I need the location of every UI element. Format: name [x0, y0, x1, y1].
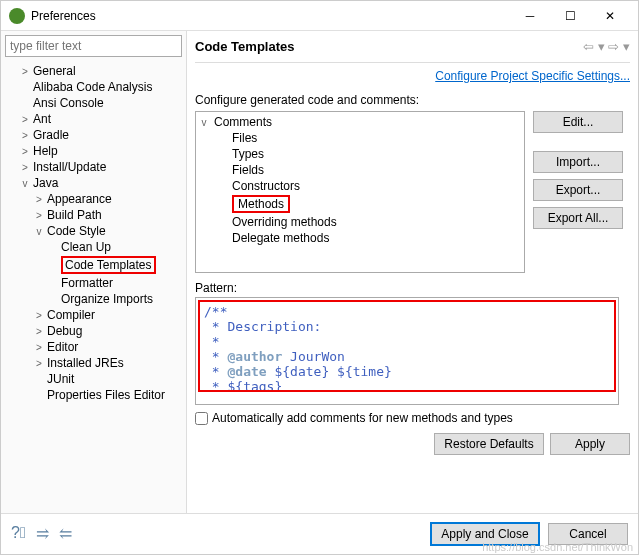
- cancel-button[interactable]: Cancel: [548, 523, 628, 545]
- pattern-label: Pattern:: [195, 281, 630, 295]
- codetree-item[interactable]: Fields: [198, 162, 522, 178]
- codetree-item[interactable]: vComments: [198, 114, 522, 130]
- tree-item[interactable]: Formatter: [5, 275, 186, 291]
- tree-item[interactable]: >Install/Update: [5, 159, 186, 175]
- preferences-tree[interactable]: >GeneralAlibaba Code AnalysisAnsi Consol…: [1, 61, 186, 513]
- tree-item[interactable]: >Appearance: [5, 191, 186, 207]
- codetree-item[interactable]: Files: [198, 130, 522, 146]
- tree-item[interactable]: >Installed JREs: [5, 355, 186, 371]
- tree-item[interactable]: >Build Path: [5, 207, 186, 223]
- maximize-button[interactable]: ☐: [550, 1, 590, 31]
- code-templates-tree[interactable]: vCommentsFilesTypesFieldsConstructorsMet…: [195, 111, 525, 273]
- tree-item[interactable]: Clean Up: [5, 239, 186, 255]
- app-icon: [9, 8, 25, 24]
- help-icon[interactable]: ?⃝: [11, 524, 26, 543]
- restore-defaults-button[interactable]: Restore Defaults: [434, 433, 544, 455]
- import-button[interactable]: Import...: [533, 151, 623, 173]
- close-button[interactable]: ✕: [590, 1, 630, 31]
- codetree-item[interactable]: Methods: [198, 194, 522, 214]
- tree-item[interactable]: Alibaba Code Analysis: [5, 79, 186, 95]
- tree-item[interactable]: >Editor: [5, 339, 186, 355]
- export-all-button[interactable]: Export All...: [533, 207, 623, 229]
- tree-item[interactable]: >Help: [5, 143, 186, 159]
- tree-item[interactable]: >Gradle: [5, 127, 186, 143]
- codetree-item[interactable]: Delegate methods: [198, 230, 522, 246]
- edit-button[interactable]: Edit...: [533, 111, 623, 133]
- tree-item[interactable]: Organize Imports: [5, 291, 186, 307]
- auto-comment-checkbox[interactable]: [195, 412, 208, 425]
- tree-item[interactable]: >General: [5, 63, 186, 79]
- tree-item[interactable]: >Compiler: [5, 307, 186, 323]
- filter-input[interactable]: [5, 35, 182, 57]
- tree-item[interactable]: Properties Files Editor: [5, 387, 186, 403]
- tree-item[interactable]: vJava: [5, 175, 186, 191]
- window-title: Preferences: [31, 9, 510, 23]
- export-button[interactable]: Export...: [533, 179, 623, 201]
- pattern-textarea[interactable]: /** * Description: * * @author JourWon *…: [195, 297, 619, 405]
- tree-item[interactable]: >Ant: [5, 111, 186, 127]
- sidebar: >GeneralAlibaba Code AnalysisAnsi Consol…: [1, 31, 187, 513]
- codetree-item[interactable]: Constructors: [198, 178, 522, 194]
- apply-and-close-button[interactable]: Apply and Close: [430, 522, 540, 546]
- tree-item[interactable]: Code Templates: [5, 255, 186, 275]
- auto-comment-label: Automatically add comments for new metho…: [212, 411, 513, 425]
- page-content: Code Templates ⇦ ▾ ⇨ ▾ Configure Project…: [187, 31, 638, 513]
- export-prefs-icon[interactable]: ⥢: [59, 524, 72, 543]
- configure-project-link[interactable]: Configure Project Specific Settings...: [435, 69, 630, 83]
- nav-arrows[interactable]: ⇦ ▾ ⇨ ▾: [583, 39, 630, 54]
- tree-item[interactable]: Ansi Console: [5, 95, 186, 111]
- tree-item[interactable]: JUnit: [5, 371, 186, 387]
- titlebar: Preferences ─ ☐ ✕: [1, 1, 638, 31]
- description-label: Configure generated code and comments:: [195, 93, 630, 107]
- footer: ?⃝ ⥤ ⥢ Apply and Close Cancel: [1, 513, 638, 553]
- apply-button[interactable]: Apply: [550, 433, 630, 455]
- minimize-button[interactable]: ─: [510, 1, 550, 31]
- tree-item[interactable]: vCode Style: [5, 223, 186, 239]
- codetree-item[interactable]: Overriding methods: [198, 214, 522, 230]
- tree-item[interactable]: >Debug: [5, 323, 186, 339]
- import-prefs-icon[interactable]: ⥤: [36, 524, 49, 543]
- page-title: Code Templates: [195, 39, 583, 54]
- codetree-item[interactable]: Types: [198, 146, 522, 162]
